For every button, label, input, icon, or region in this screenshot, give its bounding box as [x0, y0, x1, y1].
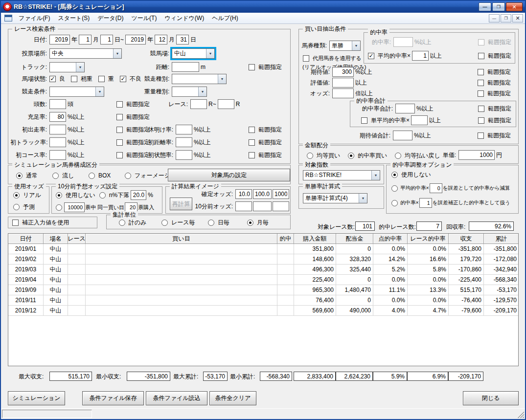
menu-tools[interactable]: ツール(T): [128, 13, 161, 24]
range-checkbox[interactable]: [478, 90, 484, 97]
mdi-minimize-button[interactable]: [489, 14, 500, 22]
range-checkbox[interactable]: [249, 127, 255, 133]
table-row[interactable]: 2019/12中山569,600490,0004.0%4.7%-79,600-2…: [8, 306, 518, 316]
percent-drop-radio[interactable]: [99, 192, 106, 199]
table-row[interactable]: 2019/03中山496,300325,4405.2%5.8%-170,860-…: [8, 265, 518, 275]
fill-rate-input[interactable]: [49, 112, 66, 122]
first-course-rate-input[interactable]: [49, 150, 66, 160]
correction-input-checkbox[interactable]: [12, 220, 19, 226]
votes-input[interactable]: [64, 202, 85, 212]
hit-rate-total-input[interactable]: [395, 104, 415, 113]
heads-input[interactable]: [49, 99, 66, 109]
before-odds-input-3[interactable]: [273, 201, 289, 211]
adjust-hit-input[interactable]: [419, 198, 432, 208]
simulation-button[interactable]: シミュレーション: [8, 391, 65, 405]
fixed-odds-input-2[interactable]: [253, 189, 272, 199]
date-to-year-input[interactable]: [125, 35, 146, 44]
per-race-radio[interactable]: [161, 220, 168, 226]
range-checkbox[interactable]: [116, 101, 123, 108]
first-run-rate-input[interactable]: [49, 125, 66, 134]
range-checkbox[interactable]: [116, 152, 123, 158]
close-button[interactable]: [506, 2, 523, 11]
odds-input[interactable]: [332, 88, 354, 98]
maximize-button[interactable]: [492, 2, 505, 11]
ground-bad-checkbox[interactable]: [120, 76, 126, 82]
first-track-rate-input[interactable]: [49, 137, 66, 147]
table-row[interactable]: 2019/01中山351,80000.0%0.0%-351,800-351,80…: [8, 244, 518, 254]
table-row[interactable]: 2019/09中山965,3001,480,47011.1%13.3%515,1…: [8, 285, 518, 295]
race-condition-combobox[interactable]: [49, 87, 104, 97]
column-header[interactable]: 収支: [449, 234, 484, 244]
first-distance-rate-input[interactable]: [176, 137, 192, 147]
racecourse-combobox[interactable]: 中山: [172, 48, 215, 59]
menu-help[interactable]: ヘルプ(H): [208, 13, 242, 24]
column-header[interactable]: レース的中率: [408, 234, 449, 244]
real-odds-radio[interactable]: [13, 192, 20, 199]
menu-window[interactable]: ウィンドウ(W): [160, 13, 208, 24]
race-number-from-input[interactable]: [190, 99, 207, 109]
column-header[interactable]: レース: [68, 234, 86, 244]
first-state-rate-input[interactable]: [176, 150, 192, 160]
range-checkbox[interactable]: [478, 69, 484, 75]
before-odds-input-1[interactable]: [235, 201, 252, 211]
adjust-avg-input[interactable]: [430, 183, 442, 193]
substitute-ticket-checkbox[interactable]: [303, 55, 309, 62]
column-header[interactable]: 日付: [8, 234, 44, 244]
range-checkbox[interactable]: [249, 152, 255, 158]
single-avg-hit-rate-checkbox[interactable]: [361, 117, 367, 124]
save-condition-file-button[interactable]: 条件ファイル保存: [82, 391, 144, 405]
avg-hit-rate-input[interactable]: [412, 51, 429, 61]
menu-data[interactable]: データ(D): [93, 13, 127, 24]
equal-buy-radio[interactable]: [307, 153, 313, 159]
adjust-not-use-radio[interactable]: [391, 172, 398, 178]
range-checkbox[interactable]: [478, 133, 484, 139]
expected-value-input[interactable]: [332, 67, 354, 77]
normal-radio[interactable]: [16, 173, 23, 179]
table-row[interactable]: 2019/02中山148,600328,32014.2%16.6%179,720…: [8, 254, 518, 265]
ground-good-checkbox[interactable]: [49, 76, 56, 82]
per-day-radio[interactable]: [208, 220, 214, 226]
date-to-month-input[interactable]: [155, 35, 167, 44]
votes-radio[interactable]: [56, 204, 62, 211]
track-combobox[interactable]: [49, 62, 85, 72]
mdi-child-icon[interactable]: [4, 15, 12, 22]
nagashi-radio[interactable]: [52, 173, 59, 179]
menu-start[interactable]: スタート(S): [54, 13, 93, 24]
resize-grip[interactable]: [517, 410, 524, 418]
table-row[interactable]: 2019/11中山76,40000.0%0.0%-76,400-129,570: [8, 295, 518, 306]
column-header[interactable]: 点的中率: [373, 234, 408, 244]
adjust-hit-radio[interactable]: [391, 200, 398, 206]
range-checkbox[interactable]: [478, 106, 484, 112]
range-checkbox[interactable]: [478, 80, 484, 86]
hit-rate-buy-radio[interactable]: [348, 153, 354, 159]
clear-all-conditions-button[interactable]: 条件全クリア: [209, 391, 256, 405]
table-row[interactable]: 2019/04中山225,40000.0%0.0%-225,400-568,34…: [8, 275, 518, 285]
date-to-day-input[interactable]: [176, 35, 189, 44]
column-header[interactable]: 配当金: [336, 234, 373, 244]
column-header[interactable]: 場名: [44, 234, 68, 244]
column-header[interactable]: 累計: [484, 234, 519, 244]
forecast-not-use-radio[interactable]: [56, 192, 62, 199]
fixed-odds-input-1[interactable]: [235, 189, 252, 199]
votes-buy-input[interactable]: [125, 202, 137, 212]
distance-input[interactable]: [172, 62, 199, 72]
close-dialog-button[interactable]: 閉じる: [463, 391, 519, 405]
date-from-month-input[interactable]: [79, 35, 91, 44]
target-index-combobox[interactable]: RB☆STRIKE!: [303, 170, 380, 180]
win-formula-combobox[interactable]: 単勝率計算式(4): [303, 193, 367, 203]
range-checkbox[interactable]: [249, 64, 255, 70]
ground-heavy-checkbox[interactable]: [98, 76, 105, 82]
adjust-avg-radio[interactable]: [391, 185, 398, 192]
box-radio[interactable]: [89, 173, 95, 179]
date-from-year-input[interactable]: [49, 35, 70, 44]
rest-return-rate-input[interactable]: [176, 125, 192, 134]
equal-payout-radio[interactable]: [395, 153, 401, 159]
per-month-radio[interactable]: [247, 220, 253, 226]
range-checkbox[interactable]: [478, 117, 484, 124]
single-avg-hit-rate-input[interactable]: [411, 115, 428, 125]
evaluation-value-input[interactable]: [332, 78, 354, 88]
total-only-radio[interactable]: [119, 220, 125, 226]
fixed-odds-input-3[interactable]: [273, 189, 289, 199]
mdi-restore-button[interactable]: [501, 14, 511, 22]
target-horse-settings-button[interactable]: 対象馬の設定: [168, 169, 290, 181]
